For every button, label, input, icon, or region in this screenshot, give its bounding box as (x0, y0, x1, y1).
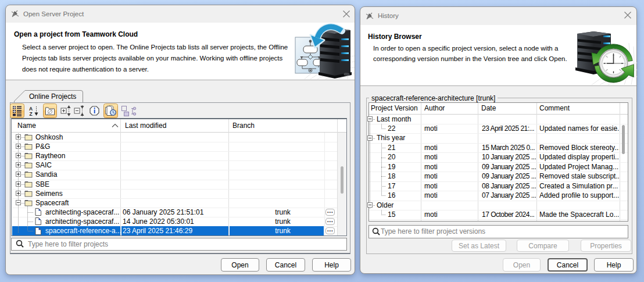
svg-text:Z: Z (30, 111, 33, 117)
